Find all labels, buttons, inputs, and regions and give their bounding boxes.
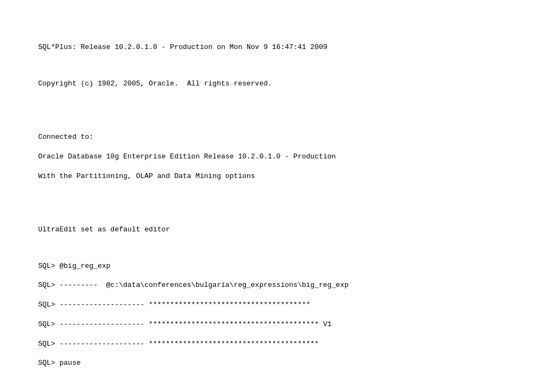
line-11: SQL> -------------------- **************… xyxy=(38,339,518,349)
line-9: SQL> -------------------- **************… xyxy=(38,300,518,310)
line-12: SQL> pause xyxy=(38,358,518,368)
line-2: Copyright (c) 1982, 2005, Oracle. All ri… xyxy=(38,79,518,89)
empty-7 xyxy=(38,378,518,385)
line-8: SQL> --------- @c:\data\conferences\bulg… xyxy=(38,280,518,290)
line-3: Connected to: xyxy=(38,132,518,142)
empty-2 xyxy=(38,99,518,106)
line-10: SQL> -------------------- **************… xyxy=(38,320,518,329)
empty-4 xyxy=(38,191,518,198)
terminal-output: SQL*Plus: Release 10.2.0.1.0 - Productio… xyxy=(0,0,556,392)
line-6: UltraEdit set as default editor xyxy=(38,225,518,235)
line-1: SQL*Plus: Release 10.2.0.1.0 - Productio… xyxy=(38,42,518,52)
empty-1 xyxy=(38,62,518,69)
empty-3 xyxy=(38,115,518,122)
line-7: SQL> @big_reg_exp xyxy=(38,261,518,271)
line-5: With the Partitioning, OLAP and Data Min… xyxy=(38,171,518,181)
line-4: Oracle Database 10g Enterprise Edition R… xyxy=(38,152,518,162)
empty-5 xyxy=(38,208,518,215)
empty-6 xyxy=(38,244,518,252)
